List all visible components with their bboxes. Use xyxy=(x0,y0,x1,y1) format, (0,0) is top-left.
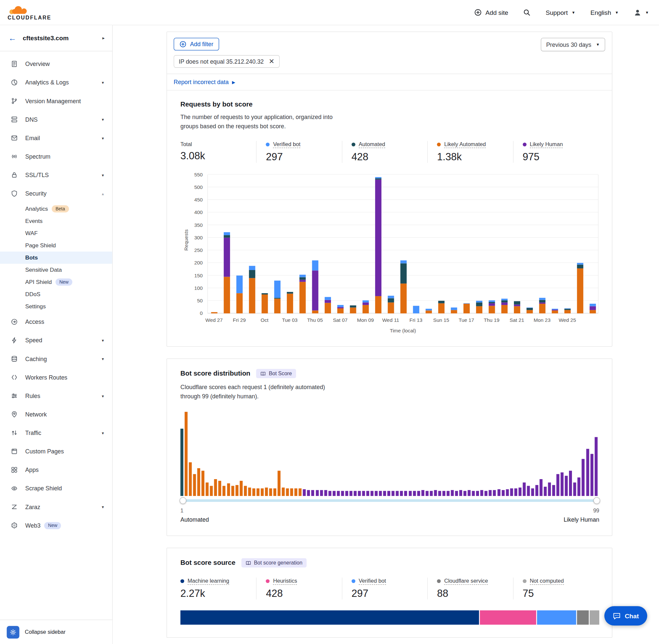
legend-dot xyxy=(266,143,270,146)
x-tick-label: Mon 23 xyxy=(534,317,550,323)
scrape-shield-icon xyxy=(11,485,18,492)
sidebar-item-workers-routes[interactable]: Workers Routes xyxy=(0,368,112,387)
sidebar-item-analytics-logs[interactable]: Analytics & Logs▾ xyxy=(0,73,112,92)
language-menu[interactable]: English ▼ xyxy=(590,9,619,16)
bar-segment-likely-human xyxy=(337,307,343,309)
sidebar-item-analytics[interactable]: AnalyticsBeta xyxy=(0,203,112,215)
report-incorrect-data-link[interactable]: Report incorrect data ▶ xyxy=(167,74,612,91)
bar-segment-verified-bot xyxy=(489,300,495,302)
version-management-icon xyxy=(11,98,18,104)
distribution-card-description: Cloudflare scores each request 1 (defini… xyxy=(180,383,341,401)
source-segment-heuristics xyxy=(480,611,536,625)
support-menu[interactable]: Support ▼ xyxy=(546,9,575,16)
sidebar-item-speed[interactable]: Speed▾ xyxy=(0,331,112,349)
source-stat-heuristics: Heuristics428 xyxy=(256,578,342,599)
sidebar-item-custom-pages[interactable]: Custom Pages xyxy=(0,442,112,461)
collapse-sidebar-button[interactable]: Collapse sidebar xyxy=(25,629,66,635)
distribution-bar xyxy=(248,488,251,496)
account-menu[interactable]: ▼ xyxy=(634,8,649,16)
sidebar-item-api-shield[interactable]: API ShieldNew xyxy=(0,276,112,288)
slider-handle-min[interactable] xyxy=(180,497,186,504)
user-icon xyxy=(634,8,641,16)
arrow-right-icon: ▶ xyxy=(232,80,235,85)
sidebar-item-ssl-tls[interactable]: SSL/TLS▾ xyxy=(0,166,112,184)
chat-button[interactable]: Chat xyxy=(604,606,648,625)
back-arrow-icon[interactable]: ← xyxy=(8,34,17,42)
add-site-button[interactable]: Add site xyxy=(474,9,508,16)
search-button[interactable] xyxy=(523,9,531,16)
sidebar-item-bots[interactable]: Bots xyxy=(0,252,112,264)
settings-gear-button[interactable] xyxy=(6,626,19,638)
chevron-down-icon: ▾ xyxy=(102,431,104,435)
distribution-bar xyxy=(269,489,272,496)
bar-segment-likely-automated xyxy=(236,293,242,313)
bot-score-generation-badge[interactable]: Bot score generation xyxy=(241,558,307,568)
distribution-bar xyxy=(189,463,192,496)
source-stat-machine-learning: Machine learning2.27k xyxy=(180,578,256,599)
distribution-bar xyxy=(286,489,289,496)
chevron-right-icon[interactable]: ▸ xyxy=(102,35,105,41)
bar-segment-verified-bot xyxy=(223,232,230,235)
distribution-bar xyxy=(231,486,234,496)
sidebar-item-events[interactable]: Events xyxy=(0,215,112,227)
bar-segment-verified-bot xyxy=(413,306,419,314)
legend-dot xyxy=(437,579,441,583)
cloudflare-logo[interactable]: CLOUDFLARE xyxy=(7,4,51,20)
sidebar-item-access[interactable]: Access xyxy=(0,313,112,331)
sidebar-item-scrape-shield[interactable]: Scrape Shield xyxy=(0,479,112,498)
bar-segment-likely-automated xyxy=(312,310,318,313)
ssl-tls-icon xyxy=(11,171,18,178)
sidebar-item-version-management[interactable]: Version Management xyxy=(0,92,112,110)
book-icon xyxy=(245,560,251,565)
requests-by-bot-score-card: Add filter IP does not equal 35.212.240.… xyxy=(166,32,612,347)
sidebar-item-page-shield[interactable]: Page Shield xyxy=(0,239,112,252)
bot-score-badge[interactable]: Bot Score xyxy=(256,369,296,378)
sidebar-item-caching[interactable]: Caching▾ xyxy=(0,349,112,368)
chevron-down-icon: ▾ xyxy=(102,173,104,178)
sidebar-item-network[interactable]: Network xyxy=(0,405,112,423)
add-filter-button[interactable]: Add filter xyxy=(174,38,219,50)
sidebar-item-rules[interactable]: Rules▾ xyxy=(0,387,112,405)
distribution-bar xyxy=(569,471,572,496)
sidebar-item-web3[interactable]: Web3New xyxy=(0,516,112,534)
distribution-bar xyxy=(417,491,420,496)
x-axis-label: Time (local) xyxy=(207,328,598,334)
bar-segment-likely-automated xyxy=(261,295,268,314)
distribution-bar xyxy=(341,491,344,496)
bar-segment-automated xyxy=(274,298,280,299)
slider-track xyxy=(180,500,599,502)
requests-chart: Requests 0501001502002503003504004505005… xyxy=(180,175,598,334)
distribution-bar xyxy=(218,481,221,496)
sidebar-item-waf[interactable]: WAF xyxy=(0,227,112,239)
distribution-bar xyxy=(265,488,268,496)
distribution-bar xyxy=(282,488,285,496)
distribution-bar xyxy=(535,485,538,496)
chevron-down-icon: ▼ xyxy=(572,10,575,15)
date-range-selector[interactable]: Previous 30 days ▼ xyxy=(541,38,605,51)
bar-segment-likely-automated xyxy=(299,282,306,313)
sidebar-item-security[interactable]: Security▴ xyxy=(0,184,112,203)
sidebar-item-settings[interactable]: Settings xyxy=(0,300,112,313)
distribution-bar xyxy=(464,491,467,496)
sidebar-item-overview[interactable]: Overview xyxy=(0,55,112,73)
bar-segment-likely-automated xyxy=(211,312,217,314)
sidebar-item-apps[interactable]: Apps xyxy=(0,461,112,479)
sidebar-item-zaraz[interactable]: Zaraz▾ xyxy=(0,498,112,516)
distribution-bar xyxy=(185,412,188,496)
sidebar-item-email[interactable]: Email▾ xyxy=(0,129,112,147)
sidebar-item-spectrum[interactable]: Spectrum xyxy=(0,147,112,165)
slider-handle-max[interactable] xyxy=(593,497,600,504)
bar-segment-likely-automated xyxy=(375,296,381,314)
sidebar-item-dns[interactable]: DNS▾ xyxy=(0,110,112,129)
distribution-bar xyxy=(396,491,399,496)
sidebar-item-traffic[interactable]: Traffic▾ xyxy=(0,424,112,442)
distribution-bar xyxy=(362,491,365,496)
x-tick-label: Wed 11 xyxy=(382,317,399,323)
sidebar-item-ddos[interactable]: DDoS xyxy=(0,288,112,300)
distribution-bar xyxy=(273,489,276,496)
bar-segment-automated xyxy=(388,298,394,302)
x-tick-label: Tue 03 xyxy=(282,317,297,323)
remove-filter-icon[interactable]: ✕ xyxy=(269,58,274,65)
source-stat-verified-bot: Verified bot297 xyxy=(342,578,427,599)
sidebar-item-sensitive-data[interactable]: Sensitive Data xyxy=(0,264,112,276)
